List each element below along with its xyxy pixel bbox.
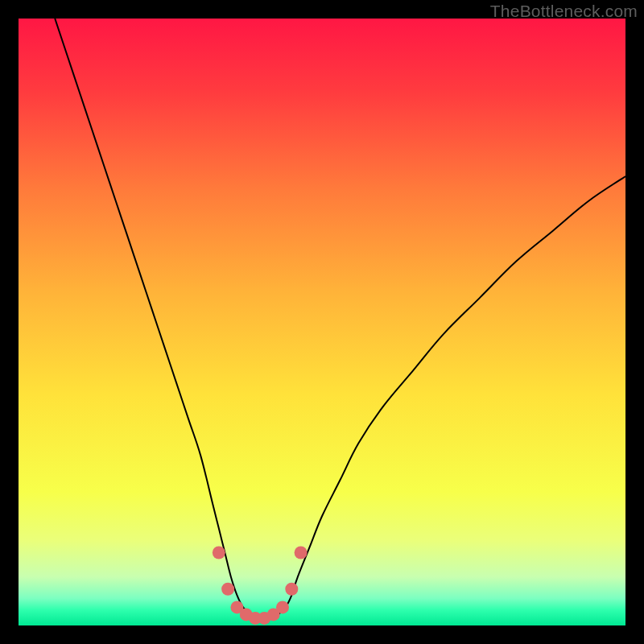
highlight-dot [285,583,298,596]
chart-container: TheBottleneck.com [0,0,644,644]
bottleneck-chart [19,19,625,625]
highlight-dot [276,601,289,613]
highlight-dot [213,547,225,559]
highlight-dot [221,583,234,596]
highlight-dot [295,547,308,559]
gradient-background [19,19,625,625]
